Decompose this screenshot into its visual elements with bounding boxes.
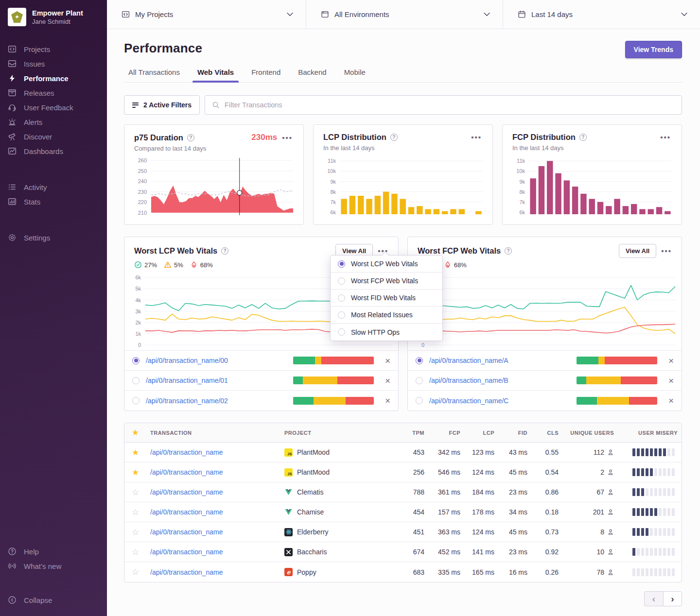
sidebar-item-projects[interactable]: Projects xyxy=(0,42,107,56)
close-icon[interactable]: × xyxy=(663,356,674,365)
sidebar-collapse-button[interactable]: Collapse xyxy=(0,593,107,607)
next-page-button[interactable]: › xyxy=(663,591,682,606)
dropdown-option-worst-fid-web-vitals[interactable]: Worst FID Web Vitals xyxy=(331,290,442,307)
option-radio[interactable] xyxy=(338,311,345,319)
star-icon[interactable]: ☆ xyxy=(132,548,139,557)
close-icon[interactable]: × xyxy=(663,376,674,385)
view-all-button[interactable]: View All xyxy=(619,244,656,258)
column-header[interactable]: UNIQUE USERS xyxy=(562,430,618,436)
option-radio[interactable] xyxy=(338,260,345,268)
transaction-link[interactable]: /api/0/transaction_name/B xyxy=(429,376,508,384)
transaction-radio[interactable] xyxy=(132,357,140,364)
star-icon[interactable]: ★ xyxy=(132,448,139,457)
column-header[interactable]: FCP xyxy=(428,430,464,436)
star-icon[interactable]: ☆ xyxy=(132,488,139,497)
star-icon[interactable]: ★ xyxy=(132,468,139,477)
tab-all-transactions[interactable]: All Transactions xyxy=(127,68,181,82)
active-filters-button[interactable]: 2 Active Filters xyxy=(124,95,200,115)
star-icon[interactable]: ★ xyxy=(132,428,140,437)
option-radio[interactable] xyxy=(338,328,345,336)
option-radio[interactable] xyxy=(338,277,345,285)
transaction-link[interactable]: /api/0/transaction_name/02 xyxy=(146,397,228,405)
project-cell[interactable]: Clematis xyxy=(280,488,399,496)
transaction-radio[interactable] xyxy=(132,397,140,404)
close-icon[interactable]: × xyxy=(380,396,390,405)
environment-filter-dropdown[interactable]: All Environments xyxy=(306,0,503,29)
org-switcher[interactable]: ✦ Empower Plant Jane Schmidt xyxy=(0,0,107,31)
help-icon[interactable]: ? xyxy=(579,134,587,141)
date-filter-dropdown[interactable]: Last 14 days xyxy=(503,0,700,29)
project-cell[interactable]: Chamise xyxy=(280,508,399,516)
column-header[interactable]: CLS xyxy=(531,430,562,436)
help-icon[interactable]: ? xyxy=(221,247,228,255)
transaction-radio[interactable] xyxy=(416,397,423,404)
help-icon[interactable]: ? xyxy=(390,134,398,141)
sidebar-item-help[interactable]: Help xyxy=(0,544,107,559)
help-icon[interactable]: ? xyxy=(505,247,512,255)
sidebar-item-activity[interactable]: Activity xyxy=(0,180,107,194)
dropdown-option-most-related-issues[interactable]: Most Related Issues xyxy=(331,307,442,324)
star-icon[interactable]: ☆ xyxy=(132,567,139,577)
card-menu-button[interactable]: ••• xyxy=(660,246,673,256)
view-trends-button[interactable]: View Trends xyxy=(625,41,682,58)
search-input[interactable] xyxy=(225,101,675,109)
transaction-radio[interactable] xyxy=(416,377,423,384)
column-header[interactable]: LCP xyxy=(464,430,498,436)
transaction-link[interactable]: /api/0/transaction_name xyxy=(150,488,223,496)
card-menu-button[interactable]: ••• xyxy=(659,133,672,142)
project-cell[interactable]: JSPlantMood xyxy=(280,468,399,477)
sidebar-item-alerts[interactable]: Alerts xyxy=(0,115,107,129)
user-misery-bar xyxy=(622,468,678,476)
previous-page-button[interactable]: ‹ xyxy=(644,591,663,606)
star-icon[interactable]: ☆ xyxy=(132,528,139,537)
sidebar: ✦ Empower Plant Jane Schmidt Projects Is… xyxy=(0,0,107,616)
column-header[interactable]: FID xyxy=(498,430,531,436)
project-filter-dropdown[interactable]: My Projects xyxy=(107,0,306,29)
close-icon[interactable]: × xyxy=(663,396,674,405)
sidebar-item-stats[interactable]: Stats xyxy=(0,194,107,209)
tab-web-vitals[interactable]: Web Vitals xyxy=(196,68,235,82)
transaction-radio[interactable] xyxy=(416,357,423,364)
transaction-radio[interactable] xyxy=(132,377,140,384)
dropdown-option-worst-fcp-web-vitals[interactable]: Worst FCP Web Vitals xyxy=(331,273,442,290)
sidebar-item-settings[interactable]: Settings xyxy=(0,230,107,245)
transaction-link[interactable]: /api/0/transaction_name xyxy=(150,528,223,536)
project-cell[interactable]: JSPlantMood xyxy=(280,448,399,457)
card-menu-button[interactable]: ••• xyxy=(281,133,294,142)
sidebar-item-discover[interactable]: Discover xyxy=(0,129,107,144)
transaction-link[interactable]: /api/0/transaction_name xyxy=(150,568,223,576)
table-row: ☆ /api/0/transaction_name Clematis 788 3… xyxy=(124,482,682,502)
dropdown-option-worst-lcp-web-vitals[interactable]: Worst LCP Web Vitals xyxy=(331,256,442,273)
help-icon[interactable]: ? xyxy=(187,134,194,141)
project-cell[interactable]: ePoppy xyxy=(280,568,399,576)
dropdown-option-slow-http-ops[interactable]: Slow HTTP Ops xyxy=(331,324,442,341)
option-radio[interactable] xyxy=(338,294,345,302)
transaction-link[interactable]: /api/0/transaction_name/A xyxy=(429,357,508,364)
card-menu-button[interactable]: ••• xyxy=(470,133,483,142)
transaction-link[interactable]: /api/0/transaction_name/C xyxy=(429,397,508,405)
sidebar-item-releases[interactable]: Releases xyxy=(0,86,107,100)
column-header[interactable]: TPM xyxy=(399,430,428,436)
sidebar-item-dashboards[interactable]: Dashboards xyxy=(0,144,107,158)
sidebar-item-what-s-new[interactable]: What’s new xyxy=(0,559,107,573)
column-header[interactable]: TRANSACTION xyxy=(146,430,280,436)
transaction-link[interactable]: /api/0/transaction_name xyxy=(150,448,223,456)
sidebar-item-issues[interactable]: Issues xyxy=(0,56,107,71)
project-cell[interactable]: Baccharis xyxy=(280,548,399,556)
column-header[interactable]: USER MISERY xyxy=(618,430,682,436)
project-cell[interactable]: Elderberry xyxy=(280,528,399,536)
tab-frontend[interactable]: Frontend xyxy=(250,68,281,82)
transaction-link[interactable]: /api/0/transaction_name/01 xyxy=(146,376,228,384)
transaction-link[interactable]: /api/0/transaction_name/00 xyxy=(146,357,228,364)
star-icon[interactable]: ☆ xyxy=(132,508,139,517)
transaction-link[interactable]: /api/0/transaction_name xyxy=(150,548,223,556)
transaction-link[interactable]: /api/0/transaction_name xyxy=(150,468,223,476)
sidebar-item-user-feedback[interactable]: User Feedback xyxy=(0,100,107,115)
tab-backend[interactable]: Backend xyxy=(297,68,327,82)
close-icon[interactable]: × xyxy=(380,376,390,385)
transaction-link[interactable]: /api/0/transaction_name xyxy=(150,508,223,516)
tab-mobile[interactable]: Mobile xyxy=(343,68,367,82)
close-icon[interactable]: × xyxy=(380,356,390,365)
column-header[interactable]: PROJECT xyxy=(280,430,399,436)
sidebar-item-performance[interactable]: Performance xyxy=(0,71,107,86)
